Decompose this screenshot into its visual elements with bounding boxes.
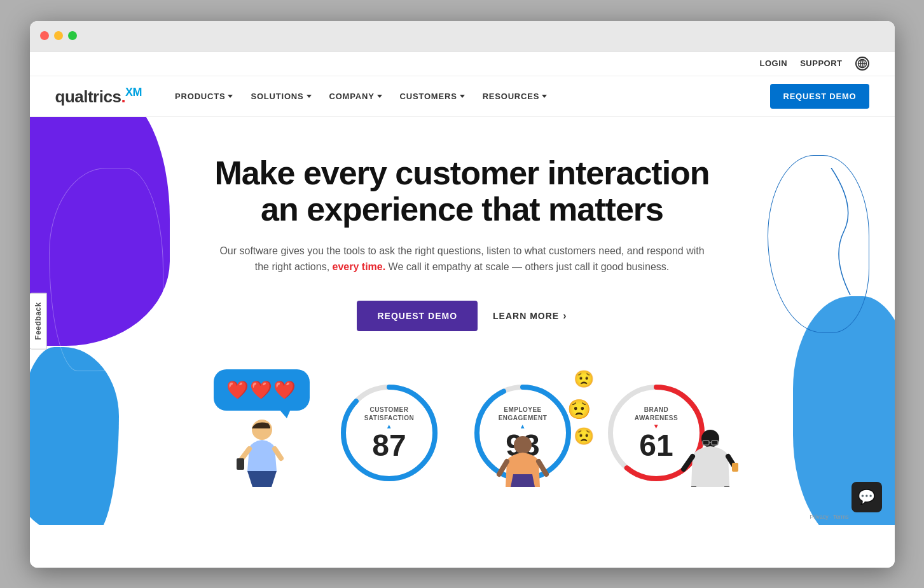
nav-item-company[interactable]: COMPANY <box>322 86 390 106</box>
stat-card-customer-satisfaction: CUSTOMER SATISFACTION ▲ 87 <box>335 379 443 487</box>
gauge-label-cs: CUSTOMER SATISFACTION ▲ <box>364 406 415 430</box>
logo[interactable]: qualtrics.XM <box>55 86 142 107</box>
emoji-sad-1: 😟 <box>574 369 594 389</box>
stats-row: ❤️❤️❤️ <box>55 369 869 500</box>
chat-bubble: ❤️❤️❤️ <box>214 369 310 411</box>
gauge-label-ee: EMPLOYEE ENGAGEMENT ▲ <box>499 406 548 430</box>
nav-item-customers[interactable]: CUSTOMERS <box>392 86 472 106</box>
hero-actions: REQUEST DEMO LEARN MORE › <box>55 301 869 331</box>
traffic-light-yellow[interactable] <box>54 31 63 40</box>
emoji-sad-2: 😟 <box>567 398 591 420</box>
stat-card-chat: ❤️❤️❤️ <box>214 369 310 487</box>
chevron-down-icon <box>460 95 465 98</box>
gauge-customer-satisfaction: CUSTOMER SATISFACTION ▲ 87 <box>335 379 443 487</box>
emoji-sad-3: 😟 <box>574 427 594 446</box>
chat-widget[interactable]: 💬 <box>852 482 882 512</box>
hearts-display: ❤️❤️❤️ <box>226 380 297 400</box>
traffic-light-green[interactable] <box>68 31 77 40</box>
gauge-value-ba: 61 <box>635 430 678 461</box>
arrow-right-icon: › <box>563 310 567 322</box>
recaptcha-text: Privacy · Terms <box>810 514 848 520</box>
stat-card-employee-engagement: EMPLOYEE ENGAGEMENT ▲ 93 <box>469 379 577 487</box>
chevron-down-icon <box>542 95 547 98</box>
hero-section: Feedback Make every customer interaction… <box>30 117 895 526</box>
chevron-down-icon <box>377 95 382 98</box>
globe-icon[interactable] <box>855 57 869 71</box>
person-illustration-left <box>233 417 291 487</box>
traffic-lights <box>40 31 77 40</box>
main-nav: qualtrics.XM PRODUCTS SOLUTIONS COMPANY <box>30 76 895 117</box>
svg-point-10 <box>514 436 532 454</box>
person-illustration-right <box>679 430 742 487</box>
page-content: LOGIN SUPPORT qualtrics.XM PRODUC <box>30 51 895 568</box>
svg-rect-17 <box>732 463 738 472</box>
traffic-light-red[interactable] <box>40 31 49 40</box>
nav-request-demo-button[interactable]: REQUEST DEMO <box>770 84 869 109</box>
chevron-down-icon <box>307 95 312 98</box>
chat-bubble-icon: 💬 <box>858 489 875 505</box>
gauge-label-ba: BRAND AWARENESS ▼ <box>635 406 678 430</box>
hero-request-demo-button[interactable]: REQUEST DEMO <box>357 301 478 331</box>
hero-subtitle: Our software gives you the tools to ask … <box>214 243 710 275</box>
hero-learn-more-link[interactable]: LEARN MORE › <box>493 310 567 322</box>
utility-bar: LOGIN SUPPORT <box>30 51 895 76</box>
svg-rect-5 <box>237 458 244 470</box>
support-link[interactable]: SUPPORT <box>800 58 842 68</box>
chevron-down-icon <box>228 95 233 98</box>
logo-xm-text: XM <box>125 86 142 99</box>
stat-card-brand-awareness: 😟 😟 😟 BRAND AWARENESS <box>602 379 710 487</box>
hero-title: Make every customer interaction an exper… <box>176 155 748 228</box>
logo-qualtrics-text: qualtrics <box>55 86 121 106</box>
browser-chrome <box>30 21 895 51</box>
nav-item-products[interactable]: PRODUCTS <box>167 86 240 106</box>
gauge-value-cs: 87 <box>364 430 415 461</box>
nav-item-solutions[interactable]: SOLUTIONS <box>243 86 319 106</box>
nav-item-resources[interactable]: RESOURCES <box>475 86 555 106</box>
nav-items: PRODUCTS SOLUTIONS COMPANY CUSTOMERS RES… <box>167 86 770 106</box>
feedback-tab[interactable]: Feedback <box>30 292 47 349</box>
hero-content: Make every customer interaction an exper… <box>55 155 869 500</box>
login-link[interactable]: LOGIN <box>759 58 787 68</box>
person-illustration-middle <box>494 436 551 487</box>
